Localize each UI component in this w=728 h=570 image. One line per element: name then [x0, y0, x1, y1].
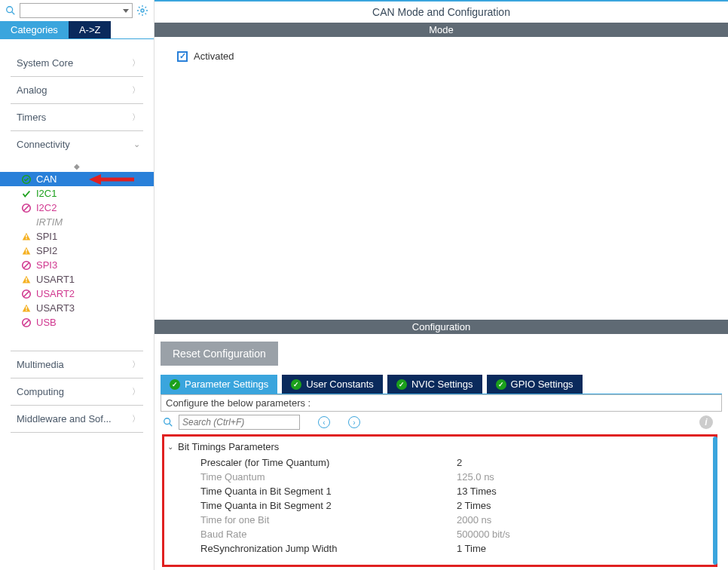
config-body: Reset Configuration ✓ Parameter Settings…	[154, 334, 728, 570]
checkbox-icon[interactable]: ✓	[177, 51, 188, 62]
param-row[interactable]: Time Quanta in Bit Segment 2 2 Times	[172, 498, 708, 513]
connectivity-sublist: ◆ CAN I2C1	[0, 158, 154, 332]
svg-rect-20	[26, 249, 26, 252]
sidebar-item-usart2[interactable]: USART2	[0, 287, 154, 301]
svg-rect-31	[26, 309, 26, 310]
sidebar-item-label: SPI3	[36, 259, 57, 271]
svg-line-28	[24, 291, 29, 296]
param-value: 13 Times	[457, 486, 497, 497]
param-name: ReSynchronization Jump Width	[200, 543, 457, 554]
svg-rect-18	[26, 238, 26, 238]
main-panel: CAN Mode and Configuration Mode ✓ Activa…	[154, 0, 728, 570]
svg-point-34	[164, 418, 170, 424]
tab-categories[interactable]: Categories	[0, 21, 69, 38]
sidebar-item-label: SPI2	[36, 245, 57, 256]
chevron-right-icon: 〉	[132, 386, 140, 397]
tab-label: NVIC Settings	[411, 378, 473, 390]
search-next-button[interactable]: ›	[348, 416, 360, 428]
chevron-right-icon: 〉	[132, 84, 140, 96]
mode-body: ✓ Activated	[154, 37, 728, 75]
param-search-input[interactable]	[179, 415, 300, 430]
chevron-right-icon: 〉	[132, 413, 140, 424]
sidebar-item-can[interactable]: CAN	[0, 172, 154, 186]
sidebar-item-i2c2[interactable]: I2C2	[0, 201, 154, 215]
category-label: Timers	[17, 112, 46, 123]
category-list: System Core 〉 Analog 〉 Timers 〉 Connecti…	[0, 39, 154, 570]
search-prev-button[interactable]: ‹	[318, 416, 330, 428]
sidebar-item-spi3[interactable]: SPI3	[0, 258, 154, 272]
tab-user-constants[interactable]: ✓ User Constants	[282, 375, 383, 394]
sidebar-item-label: CAN	[36, 173, 57, 185]
param-row[interactable]: Time Quanta in Bit Segment 1 13 Times	[172, 484, 708, 498]
svg-line-1	[12, 12, 15, 15]
caret-down-icon: ⌄	[167, 443, 173, 451]
info-icon[interactable]: i	[699, 415, 713, 429]
sidebar-search-dropdown[interactable]	[20, 3, 133, 18]
svg-rect-26	[26, 280, 26, 281]
svg-rect-17	[26, 234, 26, 238]
status-ok-icon	[21, 174, 32, 185]
group-header[interactable]: ⌄ Bit Timings Parameters	[167, 441, 703, 452]
panel-title: CAN Mode and Configuration	[154, 2, 728, 23]
param-value: 1 Time	[457, 543, 486, 554]
category-label: Multimedia	[17, 359, 64, 370]
sidebar-item-spi1[interactable]: SPI1	[0, 229, 154, 244]
param-name: Time Quantum	[200, 471, 457, 483]
chevron-down-icon: ⌄	[133, 139, 140, 149]
category-label: Computing	[17, 386, 64, 397]
category-multimedia[interactable]: Multimedia 〉	[0, 351, 154, 378]
category-analog[interactable]: Analog 〉	[0, 77, 154, 103]
separator	[11, 432, 143, 433]
category-system-core[interactable]: System Core 〉	[0, 50, 154, 76]
tab-gpio-settings[interactable]: ✓ GPIO Settings	[487, 375, 583, 394]
status-warn-icon	[21, 274, 32, 285]
search-icon	[162, 416, 174, 428]
tab-nvic-settings[interactable]: ✓ NVIC Settings	[387, 375, 482, 394]
scrollbar[interactable]	[713, 437, 717, 565]
sidebar-item-usart1[interactable]: USART1	[0, 272, 154, 287]
check-circle-icon: ✓	[396, 379, 407, 390]
configuration-header: Configuration	[154, 320, 728, 334]
status-forbid-icon	[21, 260, 32, 271]
category-timers[interactable]: Timers 〉	[0, 104, 154, 130]
param-row: Time for one Bit 2000 ns	[172, 513, 708, 527]
sidebar-item-label: USB	[36, 317, 57, 328]
sidebar-item-usb[interactable]: USB	[0, 315, 154, 329]
status-none-icon	[21, 217, 32, 228]
chevron-right-icon: 〉	[132, 57, 140, 69]
category-connectivity[interactable]: Connectivity ⌄	[0, 131, 154, 158]
tab-label: User Constants	[306, 378, 374, 390]
sidebar-tab-row: Categories A->Z	[0, 21, 154, 38]
tab-parameter-settings[interactable]: ✓ Parameter Settings	[161, 375, 277, 394]
tab-az[interactable]: A->Z	[69, 21, 112, 38]
spacer	[154, 75, 728, 320]
tab-label: GPIO Settings	[511, 378, 574, 390]
activated-checkbox-row[interactable]: ✓ Activated	[177, 51, 705, 62]
configure-hint: Configure the below parameters :	[161, 394, 722, 412]
sidebar-item-irtim[interactable]: IRTIM	[0, 215, 154, 229]
sidebar-item-usart3[interactable]: USART3	[0, 301, 154, 315]
svg-point-2	[141, 9, 144, 12]
chevron-right-icon: 〉	[132, 112, 140, 123]
bit-timings-group: ⌄ Bit Timings Parameters Prescaler (for …	[162, 434, 717, 567]
sidebar-item-label: USART2	[36, 288, 75, 299]
sidebar-search-row	[0, 0, 154, 21]
config-tabs: ✓ Parameter Settings ✓ User Constants ✓ …	[161, 375, 722, 394]
reset-configuration-button[interactable]: Reset Configuration	[161, 342, 278, 366]
mode-header: Mode	[154, 23, 728, 37]
gear-icon[interactable]	[136, 4, 149, 17]
svg-line-8	[145, 14, 147, 15]
param-row[interactable]: Prescaler (for Time Quantum) 2	[172, 455, 708, 470]
param-row[interactable]: ReSynchronization Jump Width 1 Time	[172, 541, 708, 556]
category-computing[interactable]: Computing 〉	[0, 378, 154, 405]
chevron-right-icon: 〉	[132, 359, 140, 370]
check-circle-icon: ✓	[170, 379, 180, 390]
category-middleware[interactable]: Middleware and Sof... 〉	[0, 406, 154, 432]
sidebar-item-i2c1[interactable]: I2C1	[0, 186, 154, 201]
category-label: System Core	[17, 57, 73, 69]
param-value: 2 Times	[457, 500, 491, 511]
sidebar-item-spi2[interactable]: SPI2	[0, 244, 154, 258]
sublist-handle-icon: ◆	[0, 161, 154, 172]
sidebar-item-label: USART3	[36, 302, 75, 314]
param-name: Time Quanta in Bit Segment 1	[200, 486, 457, 497]
